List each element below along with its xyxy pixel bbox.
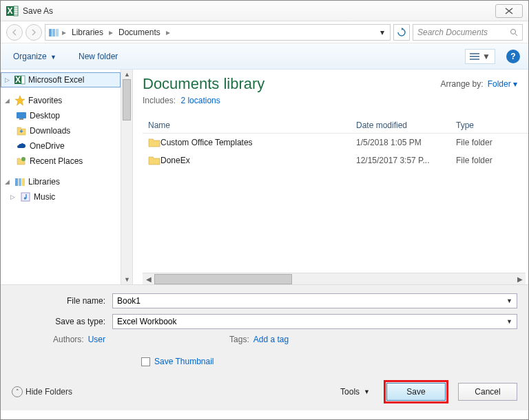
breadcrumb-item[interactable]: Documents [116, 28, 163, 37]
svg-rect-14 [470, 59, 479, 60]
chevron-right-icon: ▸ [107, 28, 114, 37]
library-title: Documents library [143, 75, 264, 93]
library-subtitle: Includes: 2 locations [143, 96, 264, 105]
sidebar-item-music[interactable]: ▷ Music [1, 189, 121, 204]
forward-button[interactable] [25, 24, 42, 41]
svg-text:X: X [7, 6, 12, 16]
content-area: Documents library Includes: 2 locations … [133, 70, 528, 284]
libraries-icon [14, 176, 25, 187]
sidebar-item-onedrive[interactable]: OneDrive [1, 138, 121, 154]
onedrive-icon [16, 140, 27, 151]
expand-icon: ▷ [5, 76, 12, 83]
collapse-icon: ◢ [5, 97, 12, 104]
thumbnail-label[interactable]: Save Thumbnail [154, 357, 214, 366]
desktop-icon [16, 110, 27, 121]
sidebar-favorites[interactable]: ◢ Favorites [1, 93, 121, 108]
recent-icon [16, 156, 27, 167]
savetype-select[interactable]: Excel Workbook ▼ [112, 314, 517, 329]
svg-rect-23 [22, 178, 25, 186]
arrange-value[interactable]: Folder ▾ [488, 79, 517, 89]
back-button[interactable] [6, 24, 23, 41]
expand-icon: ▷ [10, 193, 17, 200]
save-button[interactable]: Save [386, 383, 446, 401]
svg-rect-17 [21, 76, 25, 84]
sidebar-item-downloads[interactable]: Downloads [1, 123, 121, 138]
svg-rect-7 [49, 29, 52, 36]
svg-rect-8 [52, 29, 55, 36]
filename-label: File name: [12, 296, 112, 306]
scroll-up-icon[interactable]: ▲ [121, 70, 133, 79]
arrange-by: Arrange by: Folder ▾ [441, 79, 517, 89]
breadcrumb-dropdown[interactable]: ▾ [377, 28, 387, 37]
col-name[interactable]: Name [143, 120, 356, 130]
search-icon [510, 28, 518, 36]
col-type[interactable]: Type [456, 120, 528, 130]
new-folder-button[interactable]: New folder [74, 49, 122, 64]
authors-field[interactable]: Authors: User [53, 335, 105, 344]
window-title: Save As [23, 6, 495, 16]
svg-point-20 [21, 157, 25, 161]
horizontal-scrollbar[interactable]: ◀ ▶ [143, 273, 526, 284]
column-headers: Name Date modified Type [143, 118, 528, 134]
sidebar-libraries[interactable]: ◢ Libraries [1, 174, 121, 189]
star-icon [14, 95, 25, 106]
sidebar-scrollbar[interactable]: ▲ ▼ [121, 70, 133, 284]
chevron-down-icon[interactable]: ▼ [506, 318, 512, 325]
svg-line-11 [515, 34, 517, 36]
chevron-right-icon: ▸ [61, 28, 68, 37]
save-button-highlight: Save [384, 380, 448, 403]
sidebar-item-excel[interactable]: ▷ X Microsoft Excel [1, 72, 121, 87]
libraries-icon [48, 27, 59, 38]
breadcrumb[interactable]: ▸ Libraries ▸ Documents ▸ ▾ [45, 24, 391, 41]
search-placeholder: Search Documents [417, 28, 510, 37]
help-button[interactable]: ? [506, 50, 520, 63]
svg-rect-21 [15, 178, 18, 186]
col-date[interactable]: Date modified [356, 120, 456, 130]
sidebar-item-recent[interactable]: Recent Places [1, 154, 121, 169]
breadcrumb-item[interactable]: Libraries [69, 28, 106, 37]
bottom-panel: File name: Book1 ▼ Save as type: Excel W… [1, 284, 528, 410]
scroll-down-icon[interactable]: ▼ [121, 275, 133, 284]
cancel-button[interactable]: Cancel [458, 383, 517, 401]
locations-link[interactable]: 2 locations [180, 96, 220, 105]
collapse-icon: ◢ [5, 178, 12, 185]
svg-rect-9 [56, 29, 59, 36]
svg-rect-18 [17, 112, 26, 118]
folder-icon [143, 137, 160, 148]
svg-rect-22 [19, 178, 21, 186]
downloads-icon [16, 125, 27, 136]
svg-point-25 [24, 197, 27, 200]
thumbnail-checkbox[interactable] [141, 357, 150, 366]
sidebar-item-desktop[interactable]: Desktop [1, 108, 121, 123]
title-bar: X Save As [1, 1, 528, 21]
file-row[interactable]: Custom Office Templates 1/5/2018 1:05 PM… [143, 134, 528, 151]
excel-icon: X [14, 74, 25, 85]
svg-rect-12 [470, 53, 479, 54]
refresh-button[interactable] [393, 24, 410, 41]
svg-point-10 [511, 29, 516, 34]
search-input[interactable]: Search Documents [413, 24, 523, 41]
chevron-right-icon: ▸ [165, 28, 172, 37]
scroll-right-icon[interactable]: ▶ [514, 275, 526, 283]
list-icon [470, 52, 479, 61]
music-icon [20, 191, 31, 202]
view-button[interactable]: ▼ [465, 49, 495, 64]
svg-text:X: X [15, 75, 21, 85]
scroll-thumb[interactable] [154, 274, 292, 284]
tags-field[interactable]: Tags: Add a tag [229, 335, 289, 344]
svg-rect-24 [21, 193, 30, 201]
toolbar: Organize ▼ New folder ▼ ? [1, 43, 528, 70]
filename-input[interactable]: Book1 ▼ [112, 293, 517, 308]
close-button[interactable] [495, 4, 523, 18]
tools-button[interactable]: Tools▼ [340, 387, 370, 397]
scroll-left-icon[interactable]: ◀ [143, 275, 154, 283]
scroll-thumb[interactable] [123, 79, 131, 120]
savetype-label: Save as type: [12, 317, 112, 326]
hide-folders-button[interactable]: ˄ Hide Folders [12, 386, 72, 397]
nav-row: ▸ Libraries ▸ Documents ▸ ▾ Search Docum… [1, 21, 528, 43]
main-area: ▷ X Microsoft Excel ◢ Favorites Desktop … [1, 70, 528, 284]
chevron-down-icon[interactable]: ▼ [506, 297, 512, 304]
organize-button[interactable]: Organize ▼ [9, 49, 61, 64]
file-row[interactable]: DoneEx 12/15/2017 3:57 P... File folder [143, 151, 528, 169]
svg-rect-13 [470, 56, 479, 57]
